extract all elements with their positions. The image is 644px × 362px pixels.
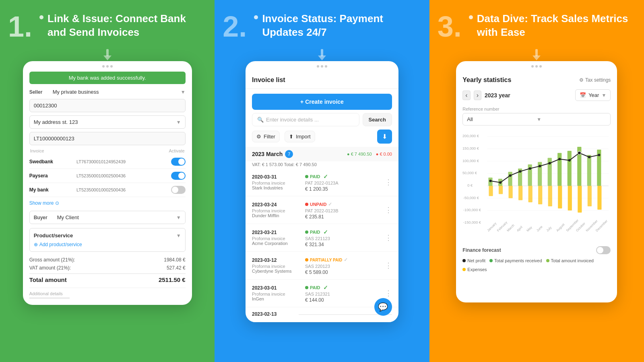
ref-chevron: ▼ — [537, 117, 606, 122]
svg-text:July: July — [546, 226, 553, 232]
svg-rect-31 — [587, 155, 591, 186]
top-dot — [102, 65, 105, 68]
svg-text:August: August — [555, 222, 566, 232]
bank-name: Swedbank — [29, 159, 76, 165]
step2-dot — [254, 15, 258, 19]
inv-more-icon[interactable]: ⋮ — [385, 261, 392, 270]
stats-title: Yearly statistics — [462, 76, 511, 84]
svg-rect-44 — [598, 186, 602, 210]
chart-area: 200,000 € 150,000 € 100,000 € 50,000 € 0… — [462, 130, 611, 242]
svg-text:0 €: 0 € — [468, 183, 473, 187]
svg-text:-50,000 €: -50,000 € — [463, 196, 479, 200]
import-button[interactable]: ⬆ Import — [285, 131, 315, 142]
invoice-row-2[interactable]: 2023-03-24 Proforma invoice Dunder Miffl… — [246, 196, 398, 224]
year-selector-dropdown[interactable]: 📅 Year ▼ — [575, 89, 611, 101]
svg-point-49 — [529, 167, 531, 170]
svg-point-46 — [499, 181, 502, 184]
step3-dot — [469, 15, 473, 19]
create-invoice-button[interactable]: + Create invoice — [252, 94, 392, 110]
legend-expenses: Expenses — [462, 267, 487, 272]
gross-row: Gross amount (21%): 1984.08 € — [29, 256, 186, 264]
seller-label: Seller — [29, 89, 50, 95]
year-next-button[interactable]: › — [474, 90, 481, 100]
svg-rect-40 — [558, 186, 562, 208]
buyer-label: Buyer — [34, 215, 54, 220]
chat-fab-button[interactable]: 💬 — [374, 298, 392, 316]
product-chevron[interactable]: ▼ — [176, 233, 181, 239]
ref-label: Reference number — [462, 107, 611, 111]
inv-more-icon[interactable]: ⋮ — [385, 206, 392, 214]
inv-mid: PAID ✓ PAT 2022-0123A € 1 200.35 — [305, 173, 385, 192]
show-more-link[interactable]: Show more ⊙ — [29, 200, 186, 206]
iban-input[interactable]: LT100000000123 — [29, 132, 186, 145]
phone-mockup-3: Yearly statistics ⚙ Tax settings ‹ › 202… — [456, 61, 617, 302]
invoice-row-3[interactable]: 2023-03-21 Proforma invoice Acme Corpora… — [246, 224, 398, 252]
calendar-icon: 📅 — [580, 92, 586, 98]
inv-more-icon[interactable]: ⋮ — [385, 233, 392, 242]
search-button[interactable]: Search — [363, 113, 392, 126]
month-unpaid-amount: ● € 0.00 — [376, 152, 392, 156]
buyer-row[interactable]: Buyer My Client ▼ — [29, 211, 186, 224]
year-label: 2023 year — [485, 92, 510, 99]
svg-text:May: May — [526, 225, 533, 232]
top-dot — [110, 65, 113, 68]
svg-rect-37 — [528, 186, 533, 202]
panel2-title: Invoice Status: Payment Updates 24/7 — [262, 12, 421, 39]
bank-iban: LT767300010124952439 — [76, 159, 171, 164]
filter-icon: ⚙ — [256, 134, 261, 140]
total-received-label: Total payments received — [494, 258, 542, 263]
bank-toggle-paysera[interactable] — [171, 172, 186, 180]
download-button[interactable]: ⬇ — [377, 130, 392, 144]
product-section: Product/service ▼ ⊕ Add product/service — [29, 228, 186, 252]
panel-invoice-status: 2. Invoice Status: Payment Updates 24/7 … — [215, 0, 429, 362]
svg-rect-2 — [321, 49, 323, 56]
year-prev-button[interactable]: ‹ — [462, 90, 470, 100]
status-partial: PARTIALLY PAID ✓ — [305, 257, 348, 263]
ref-section: Reference number All ▼ — [462, 107, 611, 125]
status-unpaid: UNPAID ✓ — [305, 202, 332, 207]
filter-button[interactable]: ⚙ Filter — [252, 131, 280, 142]
status-paid3: PAID ✓ — [305, 284, 328, 291]
svg-text:100,000 €: 100,000 € — [462, 159, 479, 163]
invoice-row-4[interactable]: 2023-03-12 Proforma invoice Cyberdyne Sy… — [246, 252, 398, 280]
svg-point-50 — [539, 165, 541, 167]
address-select[interactable]: My address st. 123 ▼ — [29, 115, 186, 129]
svg-text:April: April — [516, 225, 523, 232]
svg-rect-38 — [538, 186, 542, 204]
net-profit-label: Net profit — [467, 258, 485, 263]
tax-settings-button[interactable]: ⚙ Tax settings — [579, 77, 611, 83]
year-nav: ‹ › 2023 year 📅 Year ▼ — [462, 89, 611, 101]
phone-top-bar-2 — [246, 61, 398, 72]
add-product-link[interactable]: ⊕ Add product/service — [34, 242, 181, 247]
bank-toggle-swedbank[interactable] — [171, 158, 186, 166]
vat-row: VAT amount (21%): 527.42 € — [29, 264, 186, 272]
inv-more-icon[interactable]: ⋮ — [385, 178, 392, 187]
bank-toggle-mybank[interactable] — [171, 186, 186, 194]
stats-panel: Yearly statistics ⚙ Tax settings ‹ › 202… — [456, 72, 617, 277]
bank-section-header: Invoice Activate — [29, 148, 186, 153]
total-invoiced-dot — [546, 259, 549, 262]
svg-text:50,000 €: 50,000 € — [462, 171, 477, 175]
bank-iban: LT523500010002500436 — [76, 173, 171, 178]
top-dot — [106, 65, 109, 68]
bank-name: My bank — [29, 187, 76, 193]
panel3-header: 3. Data Dive: Track Sales Metrics with E… — [438, 12, 636, 41]
svg-text:March: March — [506, 224, 515, 232]
yearly-chart: 200,000 € 150,000 € 100,000 € 50,000 € 0… — [462, 130, 611, 242]
ref-select-dropdown[interactable]: All ▼ — [462, 113, 611, 125]
panel1-title: Link & Issue: Connect Bank and Send Invo… — [47, 12, 206, 39]
invoice-row-1[interactable]: 2020-03-31 Proforma invoice Stark Indust… — [246, 169, 398, 196]
svg-point-45 — [489, 180, 492, 182]
svg-text:January: January — [487, 221, 498, 232]
inv-more-icon[interactable]: ⋮ — [385, 289, 392, 298]
svg-marker-3 — [318, 56, 326, 60]
invoice-number-input[interactable]: 00012300 — [29, 99, 186, 112]
seller-chevron[interactable]: ▼ — [181, 89, 186, 95]
panel1-header: 1. Link & Issue: Connect Bank and Send I… — [8, 12, 206, 41]
panel2-header: 2. Invoice Status: Payment Updates 24/7 — [223, 12, 421, 41]
phone-top-bar-1 — [23, 61, 192, 72]
search-input[interactable]: 🔍 Enter invoice details ... — [252, 113, 359, 126]
finance-forecast-toggle[interactable] — [596, 246, 611, 254]
svg-rect-29 — [568, 151, 572, 186]
phone-top-bar-3 — [456, 61, 617, 72]
